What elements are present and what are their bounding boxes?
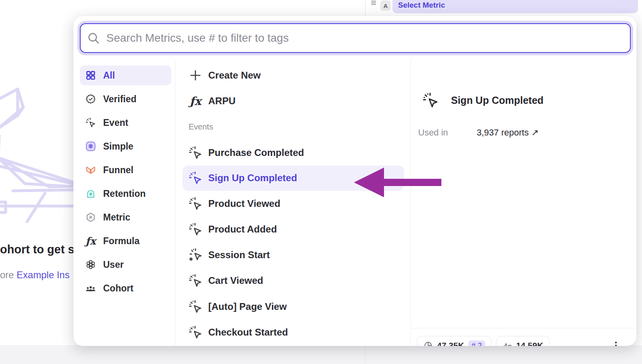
search-input[interactable]: [80, 23, 631, 53]
formula-fx-icon: ƒx: [85, 235, 96, 247]
page-background-strip: [0, 345, 642, 364]
pie-chart-icon: [423, 341, 433, 346]
sidebar-item-label: Simple: [103, 141, 133, 152]
used-in-label: Used in: [418, 127, 477, 138]
event-cursor-icon: [423, 92, 439, 108]
events-section-header: Events: [175, 114, 410, 140]
used-in-row: Used in 3,937 reports ↗: [418, 127, 538, 138]
reports-count: 3,937 reports: [477, 127, 529, 138]
sidebar-item-label: Verified: [103, 94, 136, 105]
event-cursor-icon: [189, 171, 202, 185]
list-item-sign-up-completed[interactable]: Sign Up Completed: [183, 166, 404, 191]
activity-pill[interactable]: 14.59K: [496, 336, 550, 346]
sidebar-item-label: Event: [103, 117, 128, 128]
list-item-label: [Auto] Page View: [208, 301, 287, 312]
example-insights-link[interactable]: Example Ins: [16, 269, 69, 280]
stat-value: 47.35K: [437, 341, 464, 346]
list-item-label: Product Added: [208, 224, 277, 235]
list-item-label: Checkout Started: [208, 327, 288, 338]
sidebar-item-formula[interactable]: ƒx Formula: [80, 231, 171, 251]
metric-detail-panel: Sign Up Completed Used in 3,937 reports …: [411, 60, 636, 346]
detail-header: Sign Up Completed: [423, 92, 544, 108]
sidebar-item-label: Metric: [103, 212, 130, 223]
sidebar-item-label: Retention: [103, 188, 146, 199]
list-item-auto-page-view[interactable]: [Auto] Page View: [175, 294, 410, 320]
usage-stats: 47.35K # 2 14.59K: [417, 336, 550, 346]
event-cursor-icon: [85, 117, 96, 128]
activity-pulse-icon: [502, 341, 512, 346]
empty-state-link-prefix: ore: [0, 269, 16, 280]
list-item-label: Product Viewed: [208, 198, 280, 209]
category-sidebar: All Verified Event: [73, 60, 175, 346]
event-cursor-icon: [189, 146, 202, 160]
list-item-label: ARPU: [208, 95, 236, 107]
search-bar: [80, 23, 631, 53]
list-item-label: Session Start: [208, 249, 270, 261]
list-item-arpu[interactable]: ƒx ARPU: [175, 88, 410, 114]
create-new-label: Create New: [208, 70, 261, 81]
funnel-icon: [85, 164, 96, 176]
plus-icon: [189, 69, 202, 82]
list-item-session-start[interactable]: Session Start: [175, 242, 410, 268]
create-new-button[interactable]: Create New: [175, 63, 410, 88]
screen: ohort to get s ore Example Ins ≡ A Selec…: [0, 0, 642, 364]
sidebar-item-label: Formula: [103, 236, 140, 247]
dialog-content: All Verified Event: [73, 60, 636, 346]
select-metric-label[interactable]: Select Metric: [398, 1, 445, 10]
metric-hexagon-icon: [85, 212, 96, 223]
rank-badge: # 2: [468, 340, 485, 346]
report-usage-pill[interactable]: 47.35K # 2: [417, 336, 492, 346]
grid-icon: [85, 70, 96, 81]
metric-picker-dialog: All Verified Event: [73, 16, 636, 346]
sidebar-item-label: User: [103, 259, 124, 270]
cohort-people-icon: [85, 283, 96, 294]
empty-state-headline-fragment: ohort to get s: [0, 243, 74, 256]
empty-state-subtext: ore Example Ins: [0, 269, 69, 281]
events-section-label: Events: [189, 122, 213, 131]
list-item-product-added[interactable]: Product Added: [175, 216, 410, 242]
reports-link[interactable]: 3,937 reports ↗: [477, 127, 538, 138]
sidebar-item-user[interactable]: User: [80, 255, 171, 275]
stat-value: 14.59K: [516, 341, 543, 346]
series-a-badge: A: [380, 0, 391, 11]
list-item-label: Cart Viewed: [208, 275, 263, 286]
search-icon: [87, 32, 100, 44]
drag-handle-icon[interactable]: ≡: [371, 0, 376, 8]
external-link-arrow-icon: ↗: [531, 127, 538, 138]
kebab-menu-icon: [611, 340, 621, 346]
verified-badge-icon: [85, 93, 96, 105]
list-item-product-viewed[interactable]: Product Viewed: [175, 191, 410, 216]
user-cluster-icon: [85, 259, 96, 270]
event-cursor-star-icon: [189, 248, 202, 262]
event-cursor-icon: [189, 300, 202, 313]
list-item-label: Purchase Completed: [208, 147, 304, 158]
event-cursor-icon: [189, 326, 202, 339]
sidebar-item-simple[interactable]: Simple: [80, 136, 171, 156]
list-item-checkout-started[interactable]: Checkout Started: [175, 320, 410, 345]
sidebar-item-label: All: [103, 70, 115, 81]
formula-fx-icon: ƒx: [189, 94, 202, 108]
event-cursor-icon: [189, 197, 202, 210]
sidebar-item-all[interactable]: All: [80, 65, 171, 85]
event-cursor-icon: [189, 222, 202, 236]
sidebar-item-verified[interactable]: Verified: [80, 89, 171, 109]
list-item-purchase-completed[interactable]: Purchase Completed: [175, 140, 410, 166]
sidebar-item-retention[interactable]: Retention: [80, 184, 171, 204]
simple-metric-icon: [85, 141, 96, 152]
more-options-button[interactable]: [610, 340, 622, 346]
metric-list: Create New ƒx ARPU Events Purchase Compl…: [175, 60, 411, 346]
sidebar-item-label: Cohort: [103, 283, 133, 294]
detail-footer-divider: [411, 328, 636, 328]
list-item-cart-viewed[interactable]: Cart Viewed: [175, 268, 410, 293]
sidebar-item-label: Funnel: [103, 165, 133, 176]
sidebar-item-cohort[interactable]: Cohort: [80, 278, 171, 298]
sidebar-item-funnel[interactable]: Funnel: [80, 160, 171, 180]
list-item-label: Sign Up Completed: [208, 172, 297, 184]
detail-title: Sign Up Completed: [451, 95, 544, 106]
retention-icon: [85, 188, 96, 199]
sidebar-item-metric[interactable]: Metric: [80, 207, 171, 227]
event-cursor-icon: [189, 274, 202, 287]
sidebar-item-event[interactable]: Event: [80, 113, 171, 133]
